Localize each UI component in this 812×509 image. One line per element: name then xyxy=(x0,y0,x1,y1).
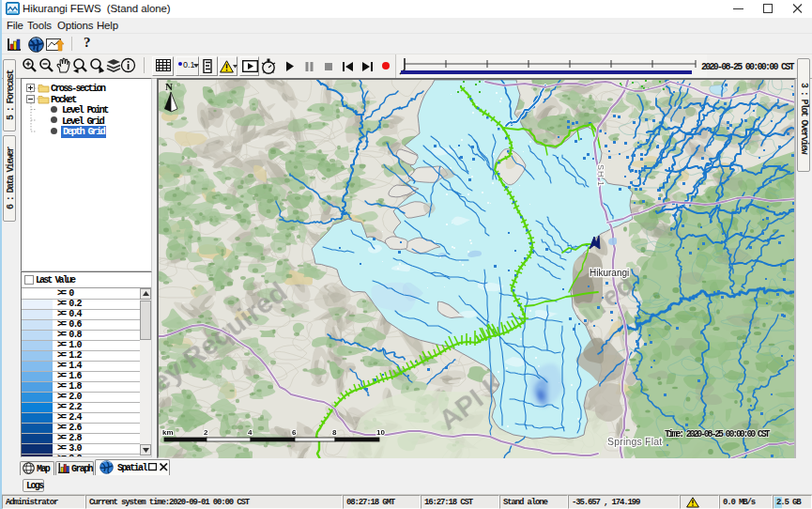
svg-text:6: 6 xyxy=(292,428,297,437)
svg-text:N: N xyxy=(165,81,173,92)
svg-text:km: km xyxy=(162,428,174,437)
svg-text:8: 8 xyxy=(332,428,337,437)
svg-text:SH 1: SH 1 xyxy=(596,164,605,187)
svg-text:4: 4 xyxy=(248,428,253,437)
svg-text:Hikurangi: Hikurangi xyxy=(590,268,629,278)
svg-text:10: 10 xyxy=(376,428,385,437)
svg-text:Springs Flat: Springs Flat xyxy=(607,436,662,447)
svg-text:Time: 2020-08-25 00:00:00 CST: Time: 2020-08-25 00:00:00 CST xyxy=(665,429,770,440)
svg-text:2: 2 xyxy=(204,428,208,437)
